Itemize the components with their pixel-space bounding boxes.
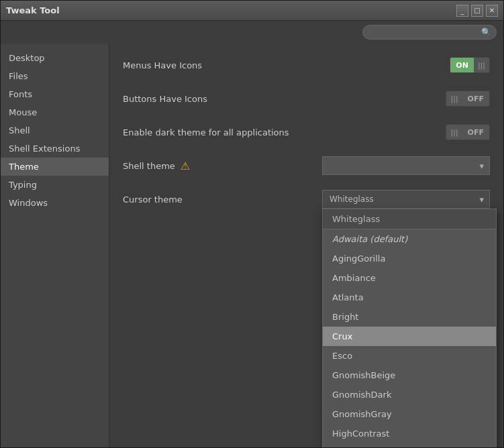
toggle-on-label: ON [450, 58, 474, 72]
sidebar-item-fonts[interactable]: Fonts [1, 85, 109, 103]
sidebar-item-typing[interactable]: Typing [1, 176, 109, 194]
cursor-theme-value: Whiteglass [330, 194, 374, 204]
dropdown-item-esco[interactable]: Esco [323, 346, 496, 366]
cursor-theme-dropdown-header[interactable]: Whiteglass ▾ [322, 190, 490, 209]
search-bar: 🔍 [1, 21, 503, 44]
buttons-have-icons-label: Buttons Have Icons [123, 94, 446, 104]
toggle-off-label-2: OFF [462, 125, 489, 139]
sidebar-item-shell-extensions[interactable]: Shell Extensions [1, 139, 109, 158]
dropdown-item-whiteglass[interactable]: Whiteglass [323, 209, 496, 229]
maximize-button[interactable]: □ [471, 5, 483, 17]
cursor-theme-dropdown[interactable]: Whiteglass ▾ Whiteglass Adwaita (default… [322, 190, 490, 209]
minimize-button[interactable]: _ [456, 5, 468, 17]
sidebar-item-windows[interactable]: Windows [1, 194, 109, 212]
shell-warning-icon: ⚠ [181, 160, 190, 172]
main-window: Tweak Tool _ □ ✕ 🔍 Desktop Files Fonts M… [0, 0, 504, 448]
dark-theme-label: Enable dark theme for all applications [123, 127, 446, 137]
shell-theme-dropdown-header[interactable]: ▾ [322, 156, 490, 175]
sidebar-item-files[interactable]: Files [1, 67, 109, 85]
menus-have-icons-row: Menus Have Icons ON ||| [123, 54, 490, 76]
dropdown-item-gnomishgray[interactable]: GnomishGray [323, 404, 496, 424]
sidebar-item-desktop[interactable]: Desktop [1, 49, 109, 67]
sidebar-item-mouse[interactable]: Mouse [1, 103, 109, 121]
titlebar: Tweak Tool _ □ ✕ [1, 1, 503, 21]
main-area: Desktop Files Fonts Mouse Shell Shell Ex… [1, 44, 503, 447]
sidebar: Desktop Files Fonts Mouse Shell Shell Ex… [1, 44, 109, 447]
dropdown-item-atlanta[interactable]: Atlanta [323, 288, 496, 307]
toggle-lines-2: ||| [446, 91, 462, 106]
dropdown-item-highcontrast[interactable]: HighContrast [323, 424, 496, 443]
search-input[interactable] [362, 25, 497, 40]
window-title: Tweak Tool [6, 5, 456, 15]
cursor-theme-dropdown-list: Whiteglass Adwaita (default) AgingGorill… [322, 209, 497, 447]
window-controls: _ □ ✕ [456, 5, 498, 17]
search-wrapper: 🔍 [362, 25, 497, 40]
dropdown-item-gnomishdark[interactable]: GnomishDark [323, 385, 496, 404]
cursor-theme-label: Cursor theme [123, 194, 322, 205]
close-button[interactable]: ✕ [486, 5, 498, 17]
buttons-have-icons-toggle[interactable]: ||| OFF [446, 91, 490, 107]
dropdown-item-adwaita[interactable]: Adwaita (default) [323, 229, 496, 249]
dropdown-item-gnomishbeige[interactable]: GnomishBeige [323, 366, 496, 385]
chevron-down-icon: ▾ [479, 161, 484, 171]
shell-theme-dropdown[interactable]: ▾ [322, 156, 490, 175]
dark-theme-toggle[interactable]: ||| OFF [446, 124, 490, 140]
cursor-theme-row: Cursor theme Whiteglass ▾ Whiteglass Adw… [123, 188, 490, 210]
toggle-lines-3: ||| [446, 125, 462, 139]
dropdown-item-bright[interactable]: Bright [323, 307, 496, 327]
buttons-have-icons-row: Buttons Have Icons ||| OFF [123, 88, 490, 109]
menus-have-icons-toggle[interactable]: ON ||| [450, 57, 490, 73]
toggle-lines: ||| [474, 58, 489, 72]
shell-theme-row: Shell theme ⚠ ▾ [123, 155, 490, 176]
search-icon: 🔍 [481, 27, 491, 37]
dropdown-item-login[interactable]: Login [323, 443, 496, 447]
sidebar-item-shell[interactable]: Shell [1, 121, 109, 139]
dark-theme-row: Enable dark theme for all applications |… [123, 121, 490, 143]
content-panel: Menus Have Icons ON ||| Buttons Have Ico… [109, 44, 503, 447]
sidebar-item-theme[interactable]: Theme [1, 158, 109, 176]
menus-have-icons-label: Menus Have Icons [123, 60, 450, 70]
cursor-chevron-down-icon: ▾ [479, 194, 484, 205]
dropdown-item-crux[interactable]: Crux [323, 327, 496, 346]
dropdown-item-aginggorilla[interactable]: AgingGorilla [323, 249, 496, 268]
shell-theme-label: Shell theme ⚠ [123, 160, 322, 172]
dropdown-item-ambiance[interactable]: Ambiance [323, 268, 496, 288]
toggle-off-label: OFF [462, 91, 489, 106]
